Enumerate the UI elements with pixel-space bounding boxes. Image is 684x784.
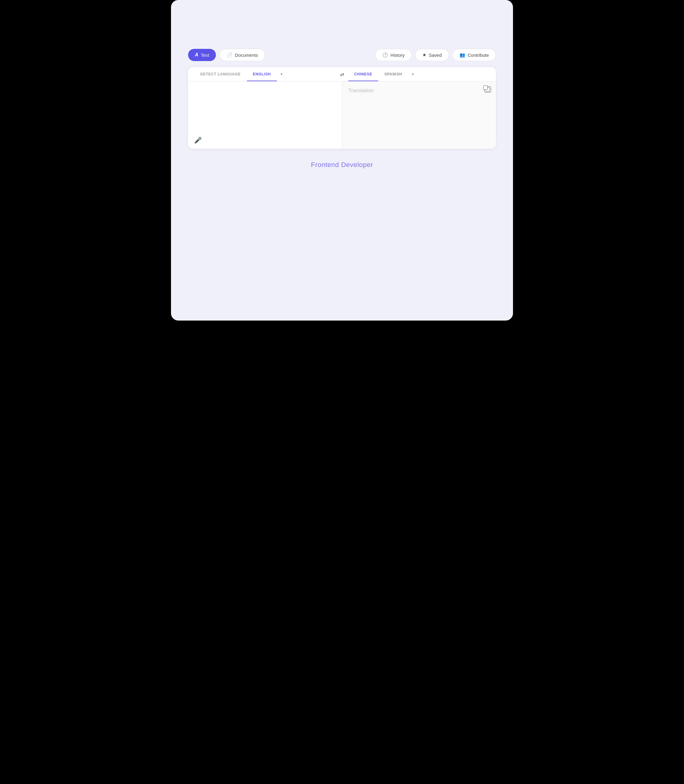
documents-button-label: Documents	[235, 53, 258, 58]
copy-button[interactable]	[484, 86, 491, 94]
contribute-button-label: Contribute	[468, 53, 489, 58]
contribute-button[interactable]: 👥 Contribute	[453, 49, 496, 61]
app-wrapper: A Text 📄 Documents 🕐 History ★ Saved 👥 C…	[171, 0, 513, 321]
translate-icon: A	[195, 52, 198, 58]
history-icon: 🕐	[382, 52, 388, 58]
toolbar: A Text 📄 Documents 🕐 History ★ Saved 👥 C…	[188, 49, 496, 61]
microphone-button[interactable]: 🎤	[194, 137, 202, 144]
english-tab[interactable]: ENGLISH	[247, 67, 277, 81]
text-button[interactable]: A Text	[188, 49, 216, 61]
document-icon: 📄	[227, 52, 232, 58]
target-lang-bar: CHINESE SPANISH ▾	[348, 67, 490, 81]
translation-area: 🎤 Translation	[188, 82, 496, 149]
source-lang-dropdown[interactable]: ▾	[277, 67, 286, 81]
saved-button[interactable]: ★ Saved	[415, 49, 449, 61]
chevron-down-icon: ▾	[281, 72, 282, 76]
people-icon: 👥	[460, 52, 465, 58]
target-lang-dropdown[interactable]: ▾	[408, 67, 418, 81]
output-pane: Translation	[342, 82, 496, 149]
swap-languages-button[interactable]: ⇄	[336, 68, 348, 80]
history-button-label: History	[390, 53, 405, 58]
input-pane: 🎤	[188, 82, 342, 149]
source-lang-bar: DETECT LANGUAGE ENGLISH ▾	[194, 67, 336, 81]
toolbar-left: A Text 📄 Documents	[188, 49, 265, 61]
star-icon: ★	[422, 52, 426, 58]
language-bar: DETECT LANGUAGE ENGLISH ▾ ⇄ CHINESE SPAN…	[188, 67, 496, 82]
chevron-down-icon-right: ▾	[412, 72, 414, 76]
chinese-tab[interactable]: CHINESE	[348, 67, 378, 81]
spanish-tab[interactable]: SPANISH	[378, 67, 408, 81]
main-card: DETECT LANGUAGE ENGLISH ▾ ⇄ CHINESE SPAN…	[188, 67, 496, 149]
detect-language-label[interactable]: DETECT LANGUAGE	[194, 67, 247, 81]
text-button-label: Text	[201, 53, 210, 58]
source-text-input[interactable]	[194, 88, 336, 137]
copy-icon	[484, 86, 491, 92]
footer-label: Frontend Developer	[311, 161, 373, 169]
toolbar-right: 🕐 History ★ Saved 👥 Contribute	[375, 49, 496, 61]
mic-icon: 🎤	[194, 137, 202, 144]
documents-button[interactable]: 📄 Documents	[219, 49, 265, 61]
swap-icon: ⇄	[340, 71, 344, 77]
history-button[interactable]: 🕐 History	[375, 49, 412, 61]
translation-placeholder: Translation	[348, 88, 374, 94]
saved-button-label: Saved	[429, 53, 442, 58]
